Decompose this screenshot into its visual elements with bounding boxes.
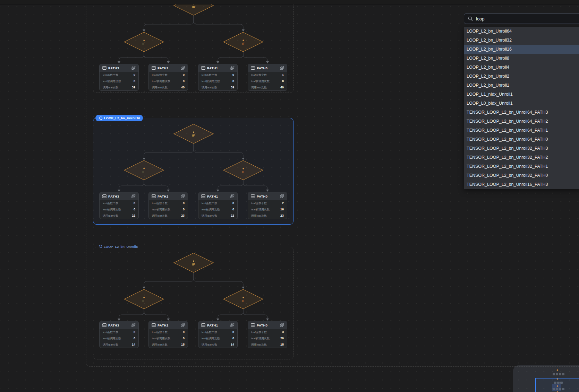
dropdown-item[interactable]: LOOP_L2_bn_Unroll2: [464, 72, 579, 81]
copy-icon[interactable]: [181, 66, 185, 70]
dropdown-item[interactable]: LOOP_L1_nIdx_Unroll1: [464, 90, 579, 99]
path-title: PATH0: [257, 323, 278, 327]
if-node[interactable]: ♦IF: [124, 32, 164, 52]
stat-label: leaf被调用次数: [202, 208, 220, 211]
if-label: IF: [143, 170, 146, 174]
stat-value: 0: [232, 330, 234, 334]
path-card[interactable]: PATH3 leaf函数个数0 leaf被调用次数0 调用leaf次数14: [99, 321, 139, 348]
stat-label: leaf被调用次数: [103, 79, 121, 83]
group-label-pill[interactable]: LOOP_L2_bn_Unroll16: [95, 115, 143, 121]
path-card[interactable]: PATH1 leaf函数个数0 leaf被调用次数0 调用leaf次数22: [198, 192, 238, 219]
path-card-header: PATH0: [248, 64, 287, 72]
stat-label: leaf被调用次数: [152, 79, 170, 83]
text-caret: [488, 16, 488, 21]
stat-label: leaf函数个数: [251, 330, 267, 334]
path-card[interactable]: PATH0 leaf函数个数1 leaf被调用次数8 调用leaf次数40: [248, 64, 287, 91]
if-node[interactable]: ♦IF: [124, 289, 164, 309]
search-input[interactable]: loop: [464, 14, 579, 24]
database-icon: [201, 194, 205, 198]
path-title: PATH3: [108, 194, 130, 198]
stat-label: leaf被调用次数: [251, 337, 270, 340]
if-node[interactable]: ♦IF: [223, 289, 263, 309]
dropdown-item-selected[interactable]: LOOP_L2_bn_Unroll16: [464, 45, 579, 54]
if-node[interactable]: ♦IF: [173, 253, 214, 273]
loop-group-bottom[interactable]: LOOP_L2_bn_Unroll8 ♦IF ♦IF ♦IF PATH3 lea…: [93, 247, 293, 359]
dropdown-item[interactable]: TENSOR_LOOP_L2_bn_Unroll32_PATH2: [464, 153, 579, 162]
stat-label: leaf被调用次数: [103, 208, 121, 211]
stat-value: 22: [231, 214, 234, 217]
stat-value: 2: [282, 201, 284, 205]
group-label-tag[interactable]: LOOP_L2_bn_Unroll8: [96, 244, 139, 249]
group-label: LOOP_L2_bn_Unroll16: [104, 116, 140, 120]
dropdown-item[interactable]: LOOP_L2_bn_Unroll4: [464, 63, 579, 72]
canvas[interactable]: ♦IF ♦IF ♦IF PATH3 leaf函数个数0 leaf被调用次数0 调…: [0, 0, 579, 392]
loop-group-selected[interactable]: LOOP_L2_bn_Unroll16 ♦IF ♦IF ♦IF PATH3 le…: [93, 118, 293, 225]
stat-label: 调用leaf次数: [202, 86, 217, 89]
stat-label: 调用leaf次数: [103, 214, 118, 218]
if-node[interactable]: ♦IF: [173, 124, 214, 144]
path-card[interactable]: PATH0 leaf函数个数2 leaf被调用次数16 调用leaf次数23: [248, 192, 287, 219]
path-card[interactable]: PATH2 leaf函数个数0 leaf被调用次数0 调用leaf次数15: [148, 321, 188, 348]
dropdown-item[interactable]: LOOP_L2_bn_Unroll32: [464, 36, 579, 45]
path-title: PATH2: [157, 66, 179, 70]
dropdown-item[interactable]: TENSOR_LOOP_L2_bn_Unroll64_PATH2: [464, 117, 579, 126]
stat-label: leaf函数个数: [202, 73, 217, 77]
dropdown-item[interactable]: TENSOR_LOOP_L2_bn_Unroll64_PATH1: [464, 126, 579, 135]
if-node[interactable]: ♦IF: [124, 160, 164, 180]
stat-value: 0: [183, 79, 185, 83]
minimap-diamond-icon: ♦: [556, 368, 558, 372]
dropdown-item[interactable]: TENSOR_LOOP_L2_bn_Unroll32_PATH1: [464, 162, 579, 171]
if-node[interactable]: ♦IF: [223, 160, 263, 180]
dropdown-item[interactable]: TENSOR_LOOP_L2_bn_Unroll64_PATH3: [464, 108, 579, 117]
top-bar: [0, 0, 579, 5]
stat-label: 调用leaf次数: [152, 214, 168, 218]
copy-icon[interactable]: [131, 66, 136, 70]
path-card-header: PATH2: [149, 321, 188, 329]
diamond-icon: ♦: [143, 167, 145, 170]
if-label: IF: [192, 263, 195, 266]
search-query-text: loop: [476, 16, 485, 21]
copy-icon[interactable]: [230, 323, 235, 327]
path-card[interactable]: PATH1 leaf函数个数0 leaf被调用次数0 调用leaf次数14: [198, 321, 238, 348]
copy-icon[interactable]: [131, 323, 136, 327]
path-card[interactable]: PATH0 leaf函数个数3 leaf被调用次数20 调用leaf次数15: [248, 321, 287, 348]
stat-label: leaf函数个数: [103, 201, 118, 205]
copy-icon[interactable]: [181, 194, 185, 198]
path-card[interactable]: PATH3 leaf函数个数0 leaf被调用次数0 调用leaf次数39: [99, 64, 139, 91]
loop-group-top[interactable]: ♦IF ♦IF ♦IF PATH3 leaf函数个数0 leaf被调用次数0 调…: [93, 0, 293, 93]
if-node[interactable]: ♦IF: [223, 32, 263, 52]
path-card[interactable]: PATH2 leaf函数个数0 leaf被调用次数0 调用leaf次数23: [148, 192, 188, 219]
dropdown-item[interactable]: TENSOR_LOOP_L2_bn_Unroll64_PATH0: [464, 135, 579, 144]
dropdown-item[interactable]: TENSOR_LOOP_L2_bn_Unroll32_PATH3: [464, 144, 579, 153]
dropdown-item[interactable]: TENSOR_LOOP_L2_bn_Unroll16_PATH3: [464, 180, 579, 189]
database-icon: [201, 323, 205, 327]
stat-label: leaf函数个数: [103, 73, 118, 77]
dropdown-item[interactable]: LOOP_L2_bn_Unroll8: [464, 54, 579, 63]
dropdown-item[interactable]: LOOP_L0_bIdx_Unroll1: [464, 99, 579, 108]
path-card-header: PATH2: [149, 64, 188, 72]
path-card[interactable]: PATH3 leaf函数个数0 leaf被调用次数0 调用leaf次数22: [99, 192, 139, 219]
search-icon: [468, 16, 473, 21]
dropdown-item[interactable]: TENSOR_LOOP_L2_bn_Unroll32_PATH0: [464, 171, 579, 180]
stat-value: 15: [280, 343, 284, 346]
path-card[interactable]: PATH1 leaf函数个数0 leaf被调用次数0 调用leaf次数39: [198, 64, 238, 91]
copy-icon[interactable]: [131, 194, 136, 198]
copy-icon[interactable]: [280, 194, 284, 198]
copy-icon[interactable]: [230, 66, 235, 70]
copy-icon[interactable]: [280, 323, 284, 327]
path-card[interactable]: PATH2 leaf函数个数0 leaf被调用次数0 调用leaf次数40: [148, 64, 188, 91]
database-icon: [152, 194, 156, 198]
search-results-dropdown[interactable]: LOOP_L2_bn_Unroll64 LOOP_L2_bn_Unroll32 …: [464, 27, 579, 189]
dropdown-item[interactable]: LOOP_L2_bn_Unroll64: [464, 27, 579, 36]
database-icon: [251, 66, 255, 70]
copy-icon[interactable]: [280, 66, 284, 70]
path-title: PATH2: [157, 194, 179, 198]
dropdown-item[interactable]: LOOP_L2_bn_Unroll1: [464, 81, 579, 90]
stat-label: leaf被调用次数: [202, 79, 220, 83]
minimap-viewport[interactable]: [535, 378, 579, 392]
stat-value: 0: [183, 330, 185, 334]
copy-icon[interactable]: [181, 323, 185, 327]
stat-value: 40: [181, 86, 185, 89]
loop-icon: [98, 244, 102, 249]
copy-icon[interactable]: [230, 194, 235, 198]
